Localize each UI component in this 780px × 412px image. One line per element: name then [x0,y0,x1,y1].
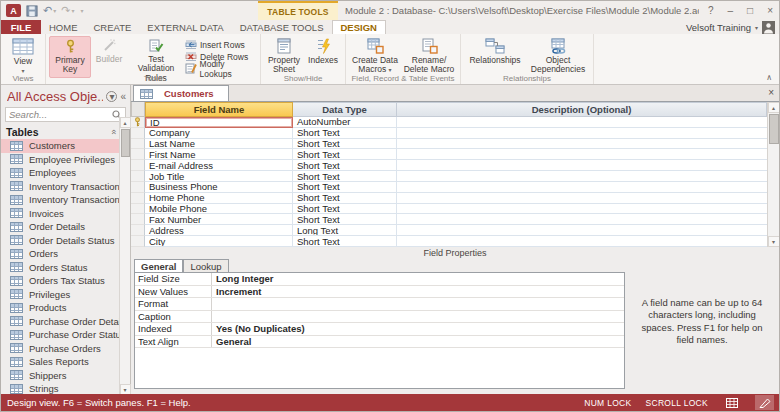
row-selector[interactable] [131,204,145,215]
property-value[interactable]: Long Integer [212,273,624,285]
nav-pane-title[interactable]: All Access Obje... [7,89,103,104]
row-selector[interactable] [131,225,145,236]
field-name-cell[interactable]: City [145,236,293,247]
property-value[interactable] [212,311,624,323]
property-row[interactable]: Field Size Long Integer [135,273,624,286]
row-selector[interactable] [131,171,145,182]
property-row[interactable]: Indexed Yes (No Duplicates) [135,323,624,336]
field-name-cell[interactable]: Last Name [145,139,293,150]
field-name-cell[interactable]: Job Title [145,171,293,182]
row-selector[interactable] [131,117,145,128]
sidebar-item[interactable]: Shippers [1,369,119,383]
sidebar-item[interactable]: Purchase Order Status [1,328,119,342]
redo-button[interactable]: ↷▾ [61,5,74,16]
description-cell[interactable] [397,182,767,193]
nav-menu-icon[interactable]: ▾ [106,91,117,102]
data-type-cell[interactable]: Short Text [293,149,397,160]
row-selector[interactable] [131,139,145,150]
data-type-cell[interactable]: Short Text [293,160,397,171]
shutter-close-icon[interactable]: « [120,91,126,102]
header-data-type[interactable]: Data Type [293,102,397,117]
sidebar-item[interactable]: Inventory Transactions [1,193,119,207]
property-row[interactable]: New Values Increment [135,286,624,299]
description-cell[interactable] [397,236,767,247]
row-selector[interactable] [131,214,145,225]
tab-lookup[interactable]: Lookup [183,259,228,272]
data-type-cell[interactable]: AutoNumber [293,117,397,128]
sidebar-item[interactable]: Orders Status [1,261,119,275]
modify-lookups-button[interactable]: Modify Lookups [185,63,257,74]
property-row[interactable]: Text Align General [135,336,624,349]
sidebar-item[interactable]: Invoices [1,207,119,221]
sidebar-item[interactable]: Purchase Orders [1,342,119,356]
help-button[interactable]: ? [708,5,714,16]
tab-external-data[interactable]: EXTERNAL DATA [139,20,231,34]
nav-scrollbar-thumb[interactable] [121,129,130,157]
description-cell[interactable] [397,117,767,128]
data-type-cell[interactable]: Short Text [293,214,397,225]
row-selector[interactable] [131,182,145,193]
access-app-icon[interactable]: A [6,4,21,17]
sidebar-item[interactable]: Employee Privileges [1,153,119,167]
view-button[interactable]: View ▾ [4,36,42,77]
indexes-button[interactable]: Indexes [304,36,342,67]
sidebar-item[interactable]: Purchase Order Details [1,315,119,329]
row-selector[interactable] [131,236,145,247]
tab-general[interactable]: General [134,259,183,272]
property-row[interactable]: Format [135,298,624,311]
redo-dropdown-icon[interactable]: ▾ [71,8,74,14]
sidebar-item[interactable]: Orders Tax Status [1,274,119,288]
nav-section-tables[interactable]: Tables « [1,125,130,139]
field-name-cell[interactable]: First Name [145,149,293,160]
description-cell[interactable] [397,193,767,204]
row-selector[interactable] [131,193,145,204]
sidebar-item[interactable]: Products [1,301,119,315]
description-cell[interactable] [397,171,767,182]
account-info[interactable]: Velsoft Training ▾ [686,20,775,34]
grid-scrollbar[interactable]: ▴ ▾ [767,102,779,247]
property-value[interactable] [212,298,624,310]
property-value[interactable]: Increment [212,286,624,298]
undo-button[interactable]: ↶▾ [43,5,56,16]
data-type-cell[interactable]: Short Text [293,128,397,139]
scroll-down-icon[interactable]: ▾ [768,236,780,247]
header-field-name[interactable]: Field Name [145,102,293,117]
scroll-up-icon[interactable]: ▴ [120,117,131,128]
insert-rows-button[interactable]: Insert Rows [185,39,257,50]
save-button[interactable] [26,5,38,17]
sidebar-item[interactable]: Sales Reports [1,355,119,369]
data-type-cell[interactable]: Long Text [293,225,397,236]
sidebar-item[interactable]: Order Details [1,220,119,234]
create-data-macros-button[interactable]: Create Data Macros ▾ [349,36,401,77]
sidebar-item[interactable]: Privileges [1,288,119,302]
field-name-cell[interactable]: ID [145,117,293,128]
minimize-button[interactable]: – [728,5,734,16]
sidebar-item[interactable]: Inventory Transaction Types [1,180,119,194]
sidebar-item[interactable]: Orders [1,247,119,261]
data-type-cell[interactable]: Short Text [293,193,397,204]
field-name-cell[interactable]: Fax Number [145,214,293,225]
data-type-cell[interactable]: Short Text [293,171,397,182]
data-type-cell[interactable]: Short Text [293,236,397,247]
tab-create[interactable]: CREATE [86,20,140,34]
property-row[interactable]: Caption [135,311,624,324]
document-tab-customers[interactable]: Customers [133,85,229,101]
customize-qat-button[interactable]: ▾ [79,8,83,14]
close-button[interactable]: × [767,5,773,16]
description-cell[interactable] [397,139,767,150]
field-name-cell[interactable]: Address [145,225,293,236]
row-selector[interactable] [131,128,145,139]
description-cell[interactable] [397,204,767,215]
data-type-cell[interactable]: Short Text [293,204,397,215]
tab-design[interactable]: DESIGN [332,20,386,34]
description-cell[interactable] [397,225,767,236]
description-cell[interactable] [397,160,767,171]
undo-dropdown-icon[interactable]: ▾ [53,8,56,14]
grid-scrollbar-thumb[interactable] [769,114,779,144]
row-selector[interactable] [131,149,145,160]
datasheet-view-button[interactable] [722,395,741,410]
field-name-cell[interactable]: E-mail Address [145,160,293,171]
property-sheet-button[interactable]: Property Sheet [264,36,304,77]
field-name-cell[interactable]: Home Phone [145,193,293,204]
nav-scrollbar[interactable]: ▴ ▾ [119,117,130,395]
